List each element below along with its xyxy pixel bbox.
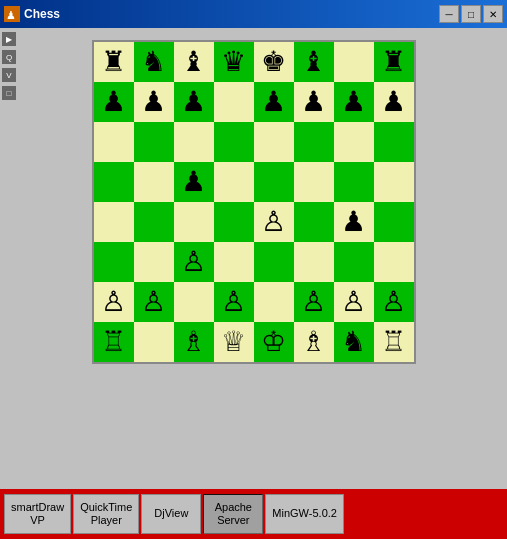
cell-6-6[interactable]: ♙	[334, 282, 374, 322]
cell-6-0[interactable]: ♙	[94, 282, 134, 322]
cell-5-1[interactable]	[134, 242, 174, 282]
cell-3-2[interactable]: ♟	[174, 162, 214, 202]
cell-3-4[interactable]	[254, 162, 294, 202]
cell-3-5[interactable]	[294, 162, 334, 202]
cell-1-3[interactable]	[214, 82, 254, 122]
taskbar-item-mingw[interactable]: MinGW-5.0.2	[265, 494, 344, 534]
title-bar: ♟ Chess ─ □ ✕	[0, 0, 507, 28]
taskbar-item-apache[interactable]: ApacheServer	[203, 494, 263, 534]
cell-0-5[interactable]: ♝	[294, 42, 334, 82]
cell-4-4[interactable]: ♙	[254, 202, 294, 242]
cell-1-5[interactable]: ♟	[294, 82, 334, 122]
cell-5-0[interactable]	[94, 242, 134, 282]
cell-2-7[interactable]	[374, 122, 414, 162]
cell-5-5[interactable]	[294, 242, 334, 282]
chess-board-container: ♜♞♝♛♚♝♜♟♟♟♟♟♟♟♟♙♟♙♙♙♙♙♙♙♖♗♕♔♗♞♖	[92, 40, 416, 364]
maximize-button[interactable]: □	[461, 5, 481, 23]
cell-6-3[interactable]: ♙	[214, 282, 254, 322]
cell-4-0[interactable]	[94, 202, 134, 242]
cell-7-6[interactable]: ♞	[334, 322, 374, 362]
taskbar-item-djview[interactable]: DjView	[141, 494, 201, 534]
cell-5-2[interactable]: ♙	[174, 242, 214, 282]
cell-3-1[interactable]	[134, 162, 174, 202]
sidebar: ▶ Q V □	[0, 28, 18, 489]
cell-0-1[interactable]: ♞	[134, 42, 174, 82]
cell-0-4[interactable]: ♚	[254, 42, 294, 82]
window-title: Chess	[24, 7, 60, 21]
cell-2-2[interactable]	[174, 122, 214, 162]
cell-7-3[interactable]: ♕	[214, 322, 254, 362]
cell-2-3[interactable]	[214, 122, 254, 162]
cell-4-3[interactable]	[214, 202, 254, 242]
cell-7-2[interactable]: ♗	[174, 322, 214, 362]
sidebar-icon-2: Q	[2, 50, 16, 64]
cell-1-4[interactable]: ♟	[254, 82, 294, 122]
cell-2-5[interactable]	[294, 122, 334, 162]
cell-6-1[interactable]: ♙	[134, 282, 174, 322]
cell-1-7[interactable]: ♟	[374, 82, 414, 122]
taskbar-item-quicktime[interactable]: QuickTimePlayer	[73, 494, 139, 534]
cell-7-0[interactable]: ♖	[94, 322, 134, 362]
window-content: ♜♞♝♛♚♝♜♟♟♟♟♟♟♟♟♙♟♙♙♙♙♙♙♙♖♗♕♔♗♞♖	[0, 28, 507, 489]
cell-4-1[interactable]	[134, 202, 174, 242]
svg-text:♟: ♟	[6, 9, 16, 21]
cell-0-0[interactable]: ♜	[94, 42, 134, 82]
cell-3-3[interactable]	[214, 162, 254, 202]
cell-0-6[interactable]	[334, 42, 374, 82]
chess-board: ♜♞♝♛♚♝♜♟♟♟♟♟♟♟♟♙♟♙♙♙♙♙♙♙♖♗♕♔♗♞♖	[94, 42, 414, 362]
cell-4-7[interactable]	[374, 202, 414, 242]
cell-6-4[interactable]	[254, 282, 294, 322]
cell-1-6[interactable]: ♟	[334, 82, 374, 122]
cell-2-1[interactable]	[134, 122, 174, 162]
cell-1-1[interactable]: ♟	[134, 82, 174, 122]
cell-7-5[interactable]: ♗	[294, 322, 334, 362]
cell-2-6[interactable]	[334, 122, 374, 162]
cell-2-0[interactable]	[94, 122, 134, 162]
title-bar-left: ♟ Chess	[4, 6, 60, 22]
cell-3-0[interactable]	[94, 162, 134, 202]
close-button[interactable]: ✕	[483, 5, 503, 23]
cell-3-7[interactable]	[374, 162, 414, 202]
app-icon: ♟	[4, 6, 20, 22]
cell-7-4[interactable]: ♔	[254, 322, 294, 362]
cell-1-0[interactable]: ♟	[94, 82, 134, 122]
sidebar-icon-1: ▶	[2, 32, 16, 46]
cell-4-5[interactable]	[294, 202, 334, 242]
cell-5-6[interactable]	[334, 242, 374, 282]
cell-7-1[interactable]	[134, 322, 174, 362]
window-controls: ─ □ ✕	[439, 5, 503, 23]
cell-4-2[interactable]	[174, 202, 214, 242]
sidebar-icon-3: V	[2, 68, 16, 82]
cell-0-7[interactable]: ♜	[374, 42, 414, 82]
sidebar-icon-4: □	[2, 86, 16, 100]
cell-5-4[interactable]	[254, 242, 294, 282]
cell-5-3[interactable]	[214, 242, 254, 282]
cell-0-3[interactable]: ♛	[214, 42, 254, 82]
cell-5-7[interactable]	[374, 242, 414, 282]
cell-3-6[interactable]	[334, 162, 374, 202]
cell-7-7[interactable]: ♖	[374, 322, 414, 362]
minimize-button[interactable]: ─	[439, 5, 459, 23]
cell-1-2[interactable]: ♟	[174, 82, 214, 122]
taskbar-item-smartdraw[interactable]: smartDrawVP	[4, 494, 71, 534]
cell-4-6[interactable]: ♟	[334, 202, 374, 242]
cell-6-7[interactable]: ♙	[374, 282, 414, 322]
cell-0-2[interactable]: ♝	[174, 42, 214, 82]
cell-2-4[interactable]	[254, 122, 294, 162]
cell-6-5[interactable]: ♙	[294, 282, 334, 322]
taskbar: smartDrawVP QuickTimePlayer DjView Apach…	[0, 489, 507, 539]
cell-6-2[interactable]	[174, 282, 214, 322]
